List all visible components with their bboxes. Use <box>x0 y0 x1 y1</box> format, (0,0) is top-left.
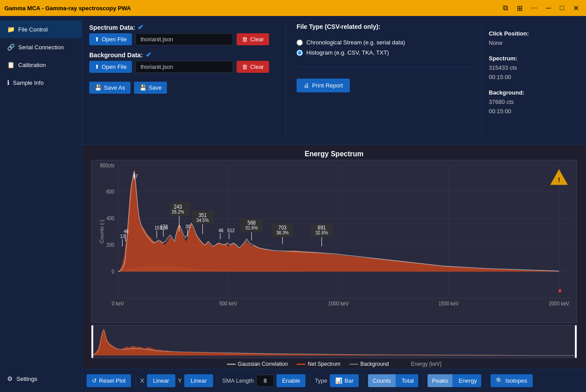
main-layout: 📁 File Control 🔗 Serial Connection 📋 Cal… <box>0 16 586 392</box>
sidebar-item-settings[interactable]: ⚙ Settings <box>0 370 82 388</box>
svg-text:31.6%: 31.6% <box>245 225 258 231</box>
minimize-btn[interactable]: ─ <box>543 3 554 13</box>
spectrum-file-input[interactable] <box>135 33 233 45</box>
reset-plot-btn[interactable]: ↺ Reset Plot <box>87 374 131 387</box>
bar-chart-icon: 📊 <box>335 377 342 384</box>
trash-icon: 🗑 <box>242 36 248 43</box>
svg-text:46: 46 <box>124 229 129 234</box>
svg-text:Counts [-]: Counts [-] <box>99 220 104 243</box>
background-section: Background Data: ✔ ⬆ Open File 🗑 Clear <box>89 51 275 73</box>
save-as-btn[interactable]: 💾 Save As <box>89 82 131 94</box>
mini-chart[interactable] <box>91 325 577 358</box>
background-file-input[interactable] <box>135 61 233 73</box>
spectrum-clear-btn[interactable]: 🗑 Clear <box>237 33 269 45</box>
titlebar: Gamma MCA - Gamma-ray spectroscopy PWA ⧉… <box>0 0 586 16</box>
svg-text:97: 97 <box>133 173 138 179</box>
type-label: Type <box>315 377 327 384</box>
sma-input[interactable] <box>256 375 274 387</box>
radio-histogram-input[interactable] <box>297 50 303 56</box>
click-position-value: None <box>489 40 572 46</box>
svg-text:600: 600 <box>106 189 114 195</box>
sma-label: SMA Length <box>222 377 254 384</box>
titlebar-controls: ⧉ ⊞ ··· ─ □ ✕ <box>500 3 582 13</box>
svg-text:!: ! <box>558 176 560 183</box>
click-position-label: Click Position: <box>489 30 572 37</box>
file-icon: 📁 <box>7 26 15 33</box>
x-label: X <box>140 377 144 384</box>
spectrum-file-row: ⬆ Open File 🗑 Clear <box>89 33 275 45</box>
separator-1 <box>135 375 136 387</box>
section-divider <box>297 67 474 67</box>
background-info-label: Background: <box>489 89 572 96</box>
energy-btn[interactable]: Energy <box>454 374 481 387</box>
sidebar-item-sample-info[interactable]: ℹ Sample Info <box>0 74 82 91</box>
svg-text:1500 keV: 1500 keV <box>439 301 459 307</box>
mini-chart-right-handle[interactable] <box>575 325 577 358</box>
reset-icon: ↺ <box>92 377 97 384</box>
legend-background-color <box>349 364 358 365</box>
pwa-btn[interactable]: ⊞ <box>514 3 525 13</box>
spectrum-title: Spectrum Data: ✔ <box>89 23 275 32</box>
action-row: 💾 Save As 💾 Save <box>89 82 275 94</box>
new-window-btn[interactable]: ⧉ <box>500 3 511 13</box>
top-panel: Spectrum Data: ✔ ⬆ Open File 🗑 Clear <box>82 16 586 145</box>
svg-text:2000 keV: 2000 keV <box>549 301 569 307</box>
chart-title: Energy Spectrum <box>82 145 586 160</box>
info-icon: ℹ <box>7 79 9 86</box>
search-icon: 🔍 <box>496 377 503 384</box>
svg-text:26.2%: 26.2% <box>172 209 184 214</box>
background-file-row: ⬆ Open File 🗑 Clear <box>89 61 275 73</box>
x-axis-label: Energy [keV] <box>411 361 442 367</box>
spectrum-cts: 315433 cts <box>489 64 572 71</box>
content-area: Spectrum Data: ✔ ⬆ Open File 🗑 Clear <box>82 16 586 392</box>
y-scale-btn[interactable]: Linear <box>184 374 213 387</box>
calibration-icon: 📋 <box>7 61 15 68</box>
sidebar-item-serial-connection[interactable]: 🔗 Serial Connection <box>0 38 82 56</box>
legend-net-spectrum-color <box>297 364 305 365</box>
svg-text:13: 13 <box>120 234 125 239</box>
main-chart[interactable]: 800cts 600 400 200 0 Counts [-] 0 keV 50… <box>91 160 577 323</box>
chart-legend: Gaussian Correlation Net Spectrum Backgr… <box>82 359 586 369</box>
save-btn[interactable]: 💾 Save <box>134 82 167 94</box>
save-as-icon: 💾 <box>95 84 102 91</box>
printer-icon: 🖨 <box>304 82 309 89</box>
print-report-btn[interactable]: 🖨 Print Report <box>297 79 350 92</box>
x-scale-btn[interactable]: Linear <box>147 374 175 387</box>
legend-background: Background <box>349 361 389 367</box>
sidebar-item-file-control[interactable]: 📁 File Control <box>0 20 82 38</box>
mini-chart-svg <box>91 325 577 358</box>
info-spacer-1 <box>489 49 572 52</box>
counts-btn[interactable]: Counts <box>368 374 395 387</box>
chart-area: Energy Spectrum <box>82 145 586 369</box>
mini-chart-left-handle[interactable] <box>91 325 93 358</box>
separator-3 <box>310 375 310 387</box>
svg-text:180: 180 <box>161 225 168 231</box>
background-open-btn[interactable]: ⬆ Open File <box>89 61 132 73</box>
radio-chronological[interactable]: Chronological Stream (e.g. serial data) <box>297 39 474 46</box>
info-spacer-2 <box>489 83 572 87</box>
filetype-title: File Type (CSV-related only): <box>297 23 474 30</box>
isotopes-btn[interactable]: 🔍 Isotopes <box>491 374 532 387</box>
legend-net-spectrum: Net Spectrum <box>297 361 340 367</box>
app-title: Gamma MCA - Gamma-ray spectroscopy PWA <box>4 5 131 12</box>
file-type-radio-group: Chronological Stream (e.g. serial data) … <box>297 36 474 59</box>
radio-chronological-input[interactable] <box>297 40 303 46</box>
menu-btn[interactable]: ··· <box>529 3 540 13</box>
background-clear-btn[interactable]: 🗑 Clear <box>237 61 269 73</box>
separator-6 <box>486 375 486 387</box>
sma-enable-btn[interactable]: Enable <box>277 374 305 387</box>
radio-histogram[interactable]: Histogram (e.g. CSV, TKA, TXT) <box>297 49 474 56</box>
spectrum-open-btn[interactable]: ⬆ Open File <box>89 33 132 45</box>
sidebar-item-calibration[interactable]: 📋 Calibration <box>0 56 82 74</box>
peaks-btn[interactable]: Peaks <box>428 374 452 387</box>
close-btn[interactable]: ✕ <box>570 3 582 13</box>
bar-type-btn[interactable]: 📊 Bar <box>330 374 359 387</box>
serial-icon: 🔗 <box>7 44 15 51</box>
svg-text:30: 30 <box>186 224 190 230</box>
background-time: 00:15:00 <box>489 108 572 115</box>
vertical-divider-1 <box>285 23 286 137</box>
svg-text:200: 200 <box>106 242 114 248</box>
sidebar: 📁 File Control 🔗 Serial Connection 📋 Cal… <box>0 16 82 392</box>
restore-btn[interactable]: □ <box>557 3 567 13</box>
total-btn[interactable]: Total <box>397 374 418 387</box>
